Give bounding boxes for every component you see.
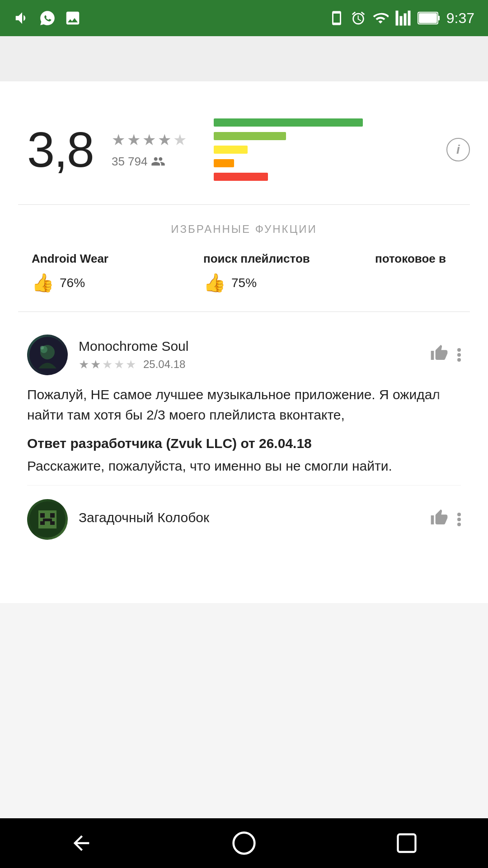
feature-item-2: поиск плейлистов 👍 75% <box>199 252 371 302</box>
review-stars-1: ★ ★ ★ ★ ★ <box>79 358 136 372</box>
review-more-btn-1[interactable] <box>457 348 461 362</box>
dev-reply-1: Ответ разработчика (Zvuk LLC) от 26.04.1… <box>27 436 461 476</box>
svg-point-6 <box>40 346 44 349</box>
feature-percent-1: 76% <box>60 276 85 290</box>
feature-name-3: потоковое в <box>375 252 446 266</box>
review-date-1: 25.04.18 <box>143 358 185 371</box>
feature-item-1: Android Wear 👍 76% <box>27 252 199 302</box>
review-meta-2: Загадочный Колобок <box>79 510 419 529</box>
star-2: ★ <box>127 131 141 149</box>
phone-icon <box>329 10 344 26</box>
rating-bars <box>214 118 442 182</box>
rstar-1-2: ★ <box>90 358 101 372</box>
wifi-icon <box>372 10 389 26</box>
reviewer-name-1: Monochrome Soul <box>79 339 419 354</box>
star-5: ★ <box>173 131 187 149</box>
dev-reply-text-1: Расскажите, пожалуйста, что именно вы не… <box>27 456 461 476</box>
featured-title: ИЗБРАННЫЕ ФУНКЦИИ <box>27 223 461 236</box>
nav-home-button[interactable] <box>217 825 271 861</box>
avatar-image-2 <box>27 499 68 540</box>
whatsapp-icon <box>39 9 56 27</box>
feature-name-2: поиск плейлистов <box>203 252 310 266</box>
svg-rect-13 <box>50 521 55 525</box>
svg-rect-2 <box>419 13 437 23</box>
bar-row-3 <box>214 145 442 155</box>
bar-row-2 <box>214 158 442 168</box>
reviews-section: Monochrome Soul ★ ★ ★ ★ ★ 25.04.18 <box>18 312 470 603</box>
feature-vote-1: 👍 76% <box>32 272 85 293</box>
feature-percent-2: 75% <box>231 276 257 290</box>
svg-rect-12 <box>40 521 45 525</box>
review-stars-date-1: ★ ★ ★ ★ ★ 25.04.18 <box>79 358 419 372</box>
review-header-2: Загадочный Колобок <box>27 499 461 540</box>
svg-point-14 <box>234 833 255 854</box>
review-actions-2 <box>430 509 461 531</box>
signal-icon <box>395 10 411 26</box>
review-text-content-1: Пожалуй, НЕ самое лучшее музыкальное при… <box>27 384 461 425</box>
reviewer-avatar-1 <box>27 335 68 375</box>
reviewer-avatar-2 <box>27 499 68 540</box>
bar-row-5 <box>214 118 442 127</box>
svg-rect-1 <box>438 16 440 20</box>
nav-recents-icon <box>395 831 418 855</box>
review-actions-1 <box>430 344 461 366</box>
people-icon <box>151 154 165 169</box>
star-4: ★ <box>158 131 171 149</box>
star-3: ★ <box>142 131 156 149</box>
feature-name-1: Android Wear <box>32 252 108 266</box>
review-item-2: Загадочный Колобок <box>27 486 461 603</box>
dev-reply-header-1: Ответ разработчика (Zvuk LLC) от 26.04.1… <box>27 436 461 451</box>
volume-icon <box>14 9 31 27</box>
overall-rating: 3,8 <box>27 125 94 175</box>
bar-row-4 <box>214 131 442 141</box>
review-meta-1: Monochrome Soul ★ ★ ★ ★ ★ 25.04.18 <box>79 339 419 372</box>
features-row: Android Wear 👍 76% поиск плейлистов 👍 75… <box>27 252 461 302</box>
review-item-1: Monochrome Soul ★ ★ ★ ★ ★ 25.04.18 <box>27 321 461 486</box>
alarm-icon <box>351 10 366 26</box>
review-text-1: Пожалуй, НЕ самое лучшее музыкальное при… <box>27 384 461 425</box>
review-header-1: Monochrome Soul ★ ★ ★ ★ ★ 25.04.18 <box>27 335 461 375</box>
svg-rect-10 <box>50 513 55 518</box>
info-icon[interactable]: i <box>446 138 470 161</box>
rstar-1-4: ★ <box>114 358 124 372</box>
bar-row-1 <box>214 172 442 182</box>
status-bar: 9:37 <box>0 0 488 36</box>
overall-stars: ★ ★ ★ ★ ★ <box>112 131 187 149</box>
rstar-1-5: ★ <box>126 358 136 372</box>
feature-item-3: потоковое в <box>371 252 461 302</box>
reviewer-name-2: Загадочный Колобок <box>79 510 419 525</box>
status-bar-right-icons: 9:37 <box>329 10 474 27</box>
avatar-image-1 <box>27 335 68 375</box>
rating-section: 3,8 ★ ★ ★ ★ ★ 35 794 <box>18 99 470 204</box>
feature-vote-2: 👍 75% <box>203 272 257 293</box>
review-thumbs-btn-1[interactable] <box>430 344 448 366</box>
svg-rect-9 <box>40 513 45 518</box>
rating-count: 35 794 <box>112 154 187 169</box>
battery-indicator <box>418 12 440 24</box>
status-bar-left-icons <box>14 9 81 27</box>
rstar-1-3: ★ <box>102 358 113 372</box>
bottom-navigation <box>0 818 488 868</box>
svg-rect-15 <box>398 835 416 852</box>
thumbs-up-icon-1: 👍 <box>32 272 54 293</box>
app-bar-spacer <box>0 36 488 81</box>
svg-rect-11 <box>43 519 52 521</box>
nav-home-icon <box>231 830 257 856</box>
review-more-btn-2[interactable] <box>457 513 461 526</box>
nav-back-button[interactable] <box>54 825 108 861</box>
star-1: ★ <box>112 131 125 149</box>
main-content: 3,8 ★ ★ ★ ★ ★ 35 794 <box>0 81 488 603</box>
time-display: 9:37 <box>446 10 474 27</box>
review-thumbs-btn-2[interactable] <box>430 509 448 531</box>
thumbs-up-icon-2: 👍 <box>203 272 226 293</box>
featured-section: ИЗБРАННЫЕ ФУНКЦИИ Android Wear 👍 76% пои… <box>18 205 470 311</box>
rstar-1-1: ★ <box>79 358 89 372</box>
rating-details: ★ ★ ★ ★ ★ 35 794 <box>112 131 187 169</box>
rating-bars-wrapper: i <box>205 118 470 182</box>
nav-back-icon <box>70 831 93 855</box>
nav-recents-button[interactable] <box>380 825 434 861</box>
gallery-icon <box>64 9 81 27</box>
